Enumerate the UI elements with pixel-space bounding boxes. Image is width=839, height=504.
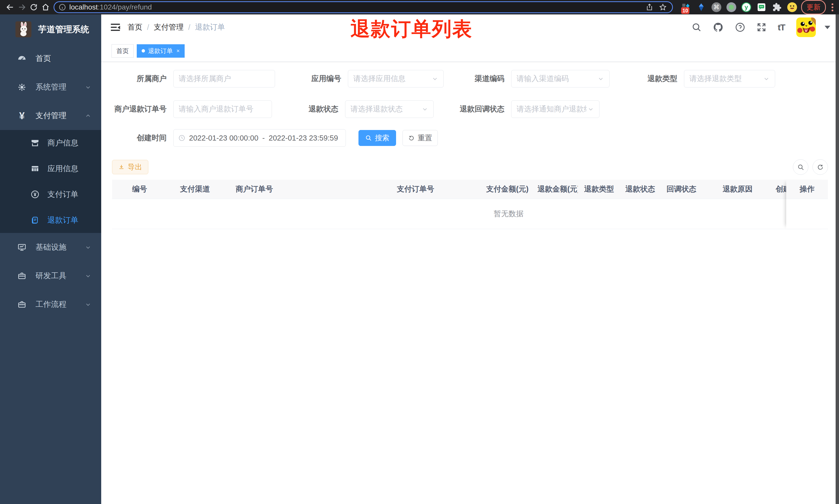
export-button[interactable]: 导出: [112, 160, 148, 174]
browser-reload-button[interactable]: [28, 1, 40, 13]
kite-icon: [697, 3, 706, 12]
annotation-title: 退款订单列表: [351, 16, 472, 42]
notify-status-select[interactable]: 请选择通知商户退款结果: [511, 101, 600, 118]
document-icon: [30, 216, 40, 224]
column-header: 支付金额(元): [480, 184, 531, 194]
reset-button-wrap: 重置: [403, 129, 438, 147]
select-arrow-icon: [597, 75, 604, 82]
tab-home[interactable]: 首页: [111, 44, 133, 58]
column-header: 支付渠道: [174, 184, 229, 194]
placeholder-text: 请选择所属商户: [179, 74, 231, 84]
breadcrumb-separator: /: [147, 23, 149, 32]
browser-menu-icon[interactable]: [829, 3, 835, 11]
date-range-picker[interactable]: 2022-01-23 00:00:00 - 2022-01-23 23:59:5…: [173, 129, 346, 147]
filter-refund-type: 退款类型 请选择退款类型: [622, 70, 775, 88]
address-bar[interactable]: localhost:1024/pay/refund: [54, 1, 673, 13]
browser-back-button[interactable]: [4, 1, 16, 13]
briefcase-icon: [17, 300, 27, 309]
tags-view-bar: 首页 退款订单 ×: [101, 40, 839, 62]
extension-icon-workspaces[interactable]: 10: [681, 2, 691, 12]
search-button-wrap: 搜索: [358, 129, 396, 147]
tab-close-icon[interactable]: ×: [176, 48, 180, 54]
fullscreen-icon[interactable]: [756, 22, 766, 32]
filter-row-2: 商户退款订单号 请输入商户退款订单号 退款状态 请选择退款状态 退款回调状态 请: [112, 101, 839, 118]
filter-label: 所属商户: [112, 74, 173, 84]
window-scrollbar[interactable]: [836, 14, 839, 504]
show-search-toggle-button[interactable]: [793, 159, 808, 175]
breadcrumb-home[interactable]: 首页: [127, 22, 142, 32]
channel-select[interactable]: 请输入渠道编码: [511, 70, 610, 88]
extensions-row: 10 ⌘ y: [677, 2, 801, 12]
avatar-dropdown-caret[interactable]: [825, 26, 830, 29]
search-icon[interactable]: [692, 22, 701, 32]
toolbox-icon: [17, 272, 27, 280]
sidebar-item-pay[interactable]: ¥ 支付管理: [0, 102, 101, 130]
back-icon: [6, 3, 14, 12]
chevron-down-icon: [85, 301, 91, 308]
column-header: 商户订单号: [229, 184, 391, 194]
filter-merchant: 所属商户 请选择所属商户: [112, 70, 275, 88]
breadcrumb-refund: 退款订单: [195, 22, 225, 32]
placeholder-text: 请选择退款类型: [690, 74, 742, 84]
sidebar-collapse-button[interactable]: [110, 22, 121, 33]
tab-refund-order[interactable]: 退款订单 ×: [137, 44, 185, 58]
sidebar-item-infra[interactable]: 基础设施: [0, 233, 101, 262]
sidebar-item-system[interactable]: 系统管理: [0, 73, 101, 102]
extension-icon-y[interactable]: y: [742, 2, 751, 12]
browser-forward-button[interactable]: [16, 1, 28, 13]
sidebar-item-app-info[interactable]: 应用信息: [0, 156, 101, 181]
extension-icon-chat[interactable]: [756, 2, 767, 12]
sidebar-item-merchant-info[interactable]: 商户信息: [0, 130, 101, 156]
table-empty-body: 暂无数据: [112, 199, 828, 229]
search-button[interactable]: 搜索: [358, 130, 396, 146]
extension-icon-status[interactable]: [727, 2, 736, 12]
font-size-icon[interactable]: tT: [778, 22, 785, 32]
select-arrow-icon: [422, 106, 428, 112]
app-select[interactable]: 请选择应用信息: [348, 70, 444, 88]
browser-update-button[interactable]: 更新: [801, 0, 826, 14]
refund-type-select[interactable]: 请选择退款类型: [684, 70, 775, 88]
placeholder-text: 请选择退款状态: [351, 104, 403, 114]
sidebar-item-workflow[interactable]: 工作流程: [0, 290, 101, 319]
pikachu-avatar-image: [796, 18, 816, 37]
sidebar-item-pay-order[interactable]: 支付订单: [0, 181, 101, 207]
extension-badge: 10: [681, 7, 690, 14]
sidebar-item-devtools[interactable]: 研发工具: [0, 262, 101, 290]
sidebar-item-refund-order[interactable]: 退款订单: [0, 207, 101, 233]
sidebar-item-label: 商户信息: [47, 138, 78, 148]
help-icon[interactable]: [735, 22, 745, 32]
extensions-puzzle-icon[interactable]: [772, 2, 782, 12]
sidebar-item-label: 支付订单: [47, 189, 78, 200]
profile-avatar-emoji[interactable]: [787, 2, 797, 12]
chat-icon: [757, 3, 766, 12]
refresh-table-button[interactable]: [813, 159, 828, 175]
filter-label: 创建时间: [112, 133, 173, 143]
extension-icon-command[interactable]: ⌘: [712, 2, 721, 12]
bookmark-star-icon[interactable]: [659, 3, 667, 11]
site-info-icon: [58, 3, 66, 11]
breadcrumb-pay[interactable]: 支付管理: [154, 22, 184, 32]
reset-button-label: 重置: [418, 133, 432, 143]
navbar-actions: tT: [692, 18, 830, 37]
search-button-label: 搜索: [375, 133, 389, 143]
sidebar-item-label: 基础设施: [36, 242, 67, 253]
merchant-select[interactable]: 请选择所属商户: [173, 70, 275, 88]
top-navbar: 首页 / 支付管理 / 退款订单 退款订单列表 tT: [101, 14, 839, 40]
user-avatar[interactable]: [796, 18, 816, 37]
extension-icon-kite[interactable]: [696, 2, 707, 12]
sidebar-logo[interactable]: 芋道管理系统: [0, 14, 101, 44]
date-separator: -: [258, 134, 269, 142]
reset-button[interactable]: 重置: [403, 130, 438, 146]
filter-app: 应用编号 请选择应用信息: [286, 70, 444, 88]
column-header: 退款原因: [716, 184, 769, 194]
sidebar-item-home[interactable]: 首页: [0, 44, 101, 73]
filter-label: 渠道编码: [449, 74, 511, 84]
merchant-refund-no-input[interactable]: 请输入商户退款订单号: [173, 101, 272, 118]
browser-home-button[interactable]: [40, 1, 52, 13]
placeholder-text: 请选择应用信息: [353, 74, 406, 84]
refresh-icon: [408, 135, 415, 141]
share-icon[interactable]: [645, 3, 654, 11]
refund-status-select[interactable]: 请选择退款状态: [345, 101, 434, 118]
github-icon[interactable]: [713, 22, 724, 33]
page-content: 所属商户 请选择所属商户 应用编号 请选择应用信息 渠道编码 请输入渠道编码: [101, 62, 839, 504]
